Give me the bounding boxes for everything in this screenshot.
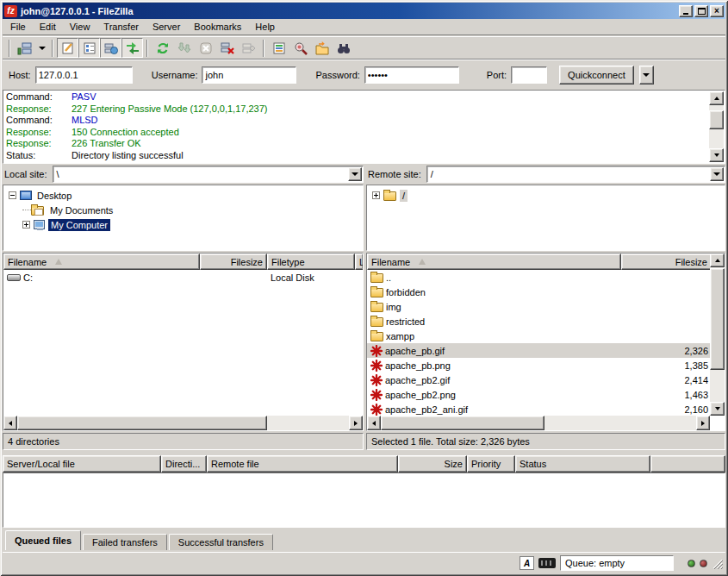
directory-comparison-button[interactable]	[289, 38, 311, 58]
remote-list-hscrollbar[interactable]	[367, 416, 710, 430]
remote-site-dropdown-button[interactable]	[710, 167, 724, 181]
queue-status-panel: Queue: empty	[560, 555, 674, 571]
tree-item-my-documents[interactable]: My Documents	[3, 203, 363, 217]
toggle-remote-tree-button[interactable]	[100, 38, 121, 58]
reconnect-button[interactable]	[238, 38, 259, 58]
menu-edit[interactable]: Edit	[33, 20, 63, 34]
file-row[interactable]: apache_pb2.png 1,463	[367, 387, 710, 402]
documents-folder-icon	[31, 206, 44, 216]
column-header-size[interactable]: Size	[398, 455, 467, 473]
column-header-filename[interactable]: Filename	[3, 254, 200, 270]
minimize-button[interactable]	[679, 5, 693, 17]
scrollbar-thumb[interactable]	[709, 110, 724, 129]
cancel-button[interactable]	[195, 38, 216, 58]
data-type-indicator-icon[interactable]: A	[520, 556, 534, 570]
expand-icon[interactable]	[372, 191, 380, 199]
file-row-selected[interactable]: apache_pb.gif 2,326	[367, 343, 710, 358]
scrollbar-thumb[interactable]	[17, 416, 267, 430]
synchronized-browsing-button[interactable]	[311, 38, 333, 58]
find-files-icon	[337, 41, 351, 55]
quickconnect-button[interactable]: Quickconnect	[559, 66, 634, 85]
site-manager-button[interactable]	[14, 38, 35, 58]
column-header-remote-file[interactable]: Remote file	[207, 455, 398, 473]
menu-file[interactable]: File	[3, 20, 33, 34]
resize-grip[interactable]	[712, 558, 723, 569]
scroll-down-button[interactable]	[709, 148, 724, 162]
file-row[interactable]: xampp	[367, 329, 710, 343]
tree-item-my-computer[interactable]: My Computer	[3, 217, 363, 232]
scroll-up-button[interactable]	[709, 91, 724, 105]
quickconnect-dropdown-button[interactable]	[639, 66, 654, 85]
scroll-right-button[interactable]	[696, 416, 710, 430]
scroll-down-button[interactable]	[710, 402, 725, 416]
scrollbar-thumb[interactable]	[381, 416, 544, 430]
column-header-filesize[interactable]: Filesize	[621, 254, 712, 270]
collapse-icon[interactable]	[9, 191, 16, 199]
message-log-icon	[61, 41, 75, 55]
local-site-combo[interactable]: \	[53, 166, 364, 183]
remote-list-vscrollbar[interactable]	[710, 254, 725, 416]
tree-item-root[interactable]: /	[367, 188, 725, 203]
tab-queued-files[interactable]: Queued files	[5, 530, 81, 550]
speed-limit-indicator-icon[interactable]	[538, 558, 556, 568]
scroll-right-button[interactable]	[349, 416, 363, 430]
file-row[interactable]: apache_pb2_ani.gif 2,160	[367, 402, 710, 416]
file-row[interactable]: apache_pb.png 1,385	[367, 358, 710, 373]
column-header-filename[interactable]: Filename	[367, 254, 621, 270]
scroll-up-button[interactable]	[710, 254, 725, 267]
file-row[interactable]: apache_pb2.gif 2,414	[367, 373, 710, 387]
column-header-filesize[interactable]: Filesize	[200, 254, 267, 270]
file-row[interactable]: ..	[367, 270, 710, 285]
desktop-icon	[20, 191, 32, 200]
maximize-button[interactable]	[694, 5, 708, 17]
folder-icon	[383, 191, 396, 201]
directory-filters-button[interactable]	[268, 38, 289, 58]
port-input[interactable]	[511, 66, 547, 84]
find-files-button[interactable]	[333, 38, 354, 58]
file-row[interactable]: img	[367, 299, 710, 314]
column-header-filetype[interactable]: Filetype	[267, 254, 355, 270]
queue-body[interactable]	[3, 473, 725, 528]
close-button[interactable]: ×	[710, 5, 724, 17]
column-header-lastmodified[interactable]: L	[355, 254, 364, 270]
tab-successful-transfers[interactable]: Successful transfers	[169, 534, 273, 550]
disconnect-button[interactable]	[216, 38, 238, 58]
title-bar[interactable]: fz john@127.0.0.1 - FileZilla ×	[3, 3, 725, 19]
status-bar: A Queue: empty	[3, 552, 725, 573]
tab-failed-transfers[interactable]: Failed transfers	[83, 534, 167, 550]
file-row[interactable]: forbidden	[367, 285, 710, 299]
tree-item-desktop[interactable]: Desktop	[3, 188, 363, 203]
menu-help[interactable]: Help	[248, 20, 282, 34]
local-site-dropdown-button[interactable]	[348, 167, 362, 181]
refresh-button[interactable]	[152, 38, 173, 58]
local-list-hscrollbar[interactable]	[3, 416, 363, 430]
file-row[interactable]: C: Local Disk	[3, 270, 363, 285]
toggle-message-log-button[interactable]	[57, 38, 78, 58]
remote-site-combo[interactable]: /	[426, 166, 725, 183]
message-log: Command:PASV Response:227 Entering Passi…	[3, 90, 725, 164]
scrollbar-thumb[interactable]	[710, 268, 725, 370]
scroll-left-button[interactable]	[3, 416, 17, 430]
remote-list-header: Filename Filesize	[367, 254, 725, 270]
column-header-direction[interactable]: Directi...	[161, 455, 207, 473]
column-header-server-local-file[interactable]: Server/Local file	[3, 455, 161, 473]
menu-bookmarks[interactable]: Bookmarks	[187, 20, 248, 34]
menu-transfer[interactable]: Transfer	[96, 20, 146, 34]
toggle-transfer-queue-button[interactable]	[121, 38, 143, 58]
process-queue-button[interactable]	[173, 38, 195, 58]
file-row[interactable]: restricted	[367, 314, 710, 329]
chevron-down-icon	[713, 172, 720, 176]
password-input[interactable]	[364, 66, 459, 84]
menu-view[interactable]: View	[63, 20, 97, 34]
column-header-priority[interactable]: Priority	[467, 455, 515, 473]
host-input[interactable]	[35, 66, 133, 84]
remote-list-body: .. forbidden img restricted	[367, 270, 710, 416]
site-manager-dropdown-button[interactable]	[35, 38, 48, 58]
column-header-status[interactable]: Status	[515, 455, 650, 473]
scroll-left-button[interactable]	[367, 416, 381, 430]
toggle-local-tree-button[interactable]	[78, 38, 100, 58]
menu-server[interactable]: Server	[146, 20, 187, 34]
expand-icon[interactable]	[22, 221, 30, 229]
username-input[interactable]	[202, 66, 296, 84]
log-scrollbar[interactable]	[709, 91, 724, 162]
